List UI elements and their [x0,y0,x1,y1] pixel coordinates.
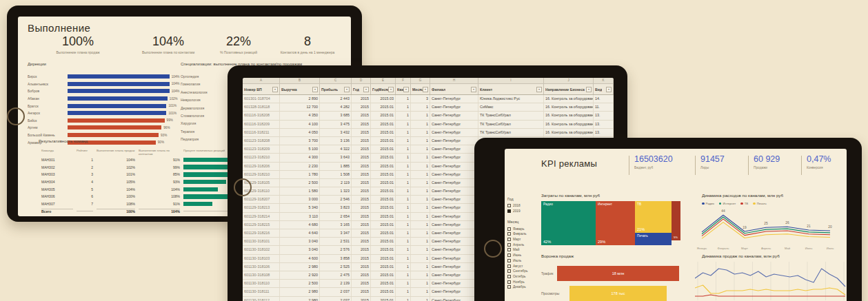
checkbox[interactable] [507,204,511,207]
cell[interactable]: 1 [411,129,430,136]
cell[interactable]: 4 640 [280,229,320,237]
bar[interactable] [68,133,159,137]
column-header[interactable]: Клиент▾ [478,84,544,94]
checkbox[interactable] [507,280,511,284]
cell[interactable]: 3 685 [320,112,352,119]
home-button[interactable] [234,178,252,196]
cell[interactable]: 3 000 [280,196,320,203]
cell[interactable]: 2015 [352,171,371,178]
column-header[interactable]: Номер ВП▾ [243,84,280,94]
cell[interactable]: 4 350 [280,112,320,119]
cell[interactable]: 13. [594,121,614,128]
column-header[interactable]: Вид▾ [594,84,614,94]
column-header[interactable]: Филиал▾ [430,84,478,94]
cell[interactable]: Санкт-Петербург [430,121,478,128]
cell[interactable]: 2015 [352,221,371,229]
cell[interactable]: 1 [396,129,411,136]
cell[interactable]: 3 700 [280,137,320,145]
bar[interactable] [183,187,218,192]
series-Радио[interactable] [695,269,845,287]
cell[interactable]: СиМакс [478,103,544,111]
cell[interactable]: Санкт-Петербург [430,95,478,103]
treemap-block[interactable]: Радио42% [541,201,596,245]
cell[interactable]: 2015 [352,204,371,211]
cell[interactable]: 1 [411,154,430,161]
year-checkbox-2018[interactable]: 2018 [507,203,539,209]
cell[interactable]: 2015.01 [371,145,396,153]
cell[interactable]: ТК ТрансСибУрал [478,121,544,128]
cell[interactable]: 1 [396,246,411,253]
cell[interactable]: 3 823 [320,204,352,211]
cell[interactable]: 1 [411,103,430,111]
bar[interactable] [183,172,232,177]
bar[interactable] [183,180,226,185]
cell[interactable]: Санкт-Петербург [430,221,478,229]
checkbox[interactable] [507,243,511,247]
cell[interactable]: 3 347 [320,229,352,237]
cell[interactable]: 1 [396,238,411,245]
cell[interactable]: 2015.01 [371,163,396,170]
treemap-block[interactable]: Печать [635,233,672,245]
checkbox[interactable] [507,248,511,251]
cell[interactable]: 1 [396,280,411,287]
cell[interactable]: 2 037 [320,297,352,301]
cell[interactable]: 13. [594,112,614,119]
cell[interactable]: 1 780 [280,171,320,178]
cell[interactable]: 14. [594,95,614,103]
cell[interactable]: 601116-318211 [243,129,280,136]
cell[interactable]: 2015 [352,288,371,295]
cell[interactable]: Санкт-Петербург [430,280,478,287]
cell[interactable]: 1 [396,112,411,119]
cell[interactable]: 3 110 [280,213,320,220]
month-checkbox[interactable]: Апрель [507,242,539,247]
cell[interactable]: 2 890 [280,95,320,103]
cell[interactable]: 601130-318111 [243,288,280,295]
cell[interactable]: Санкт-Петербург [430,145,478,153]
filter-dropdown-icon[interactable]: ▾ [606,87,612,92]
filter-dropdown-icon[interactable]: ▾ [536,87,542,92]
cell[interactable]: Санкт-Петербург [430,229,478,237]
cell[interactable]: 1 508 [320,171,352,178]
cell[interactable]: 2015.01 [371,121,396,128]
cell[interactable]: 3 475 [320,121,352,128]
cell[interactable]: 1 [411,280,430,287]
cell[interactable]: 16. Контроль за оборудованием [544,103,594,111]
cell[interactable]: 16. Контроль за оборудованием [544,129,594,136]
month-checkbox[interactable]: Ноябрь [507,279,539,284]
cell[interactable]: 601130-318108 [243,271,280,279]
cell[interactable]: 2015.01 [371,204,396,211]
cell[interactable]: 2015 [352,154,371,161]
filter-dropdown-icon[interactable]: ▾ [272,87,278,92]
column-letter[interactable]: E [371,78,396,83]
legend-item[interactable]: Печать [753,202,767,205]
cell[interactable]: 2 576 [320,246,352,253]
cell[interactable]: 2015.01 [371,288,396,295]
cell[interactable]: 2 546 [320,196,352,203]
cell[interactable]: 1 [411,196,430,203]
cell[interactable]: 1 [396,95,411,103]
checkbox[interactable] [507,269,511,273]
cell[interactable]: 2 139 [320,280,352,287]
month-checkbox[interactable]: Февраль [507,231,539,237]
cell[interactable]: 1 [411,112,430,119]
cell[interactable]: 2 230 [280,163,320,170]
column-header[interactable]: Год▾ [352,84,371,94]
cell[interactable]: 1 [396,204,411,211]
cell[interactable]: Санкт-Петербург [430,196,478,203]
cell[interactable]: 1 [411,271,430,279]
cell[interactable]: 2015 [352,103,371,111]
cell[interactable]: 2015.01 [371,187,396,195]
month-checkbox[interactable]: Август [507,263,539,269]
month-checkbox[interactable]: Январь [507,226,539,231]
cell[interactable]: 3 858 [320,255,352,262]
cell[interactable]: 2015 [352,187,371,195]
bar[interactable] [68,125,161,129]
cell[interactable]: 4 050 [280,129,320,136]
cell[interactable]: 2015.01 [371,271,396,279]
cell[interactable]: 2 920 [280,271,320,279]
cell[interactable]: 2 475 [320,271,352,279]
cell[interactable]: Санкт-Петербург [430,103,478,111]
cell[interactable]: 2015 [352,95,371,103]
column-letter[interactable]: D [352,78,371,83]
cell[interactable]: 2015.01 [371,154,396,161]
